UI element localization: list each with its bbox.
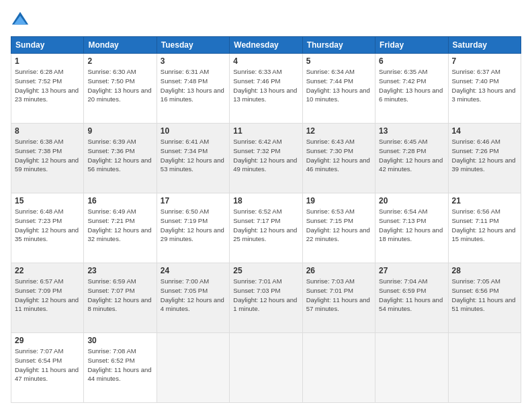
table-row: 4 Sunrise: 6:33 AMSunset: 7:46 PMDayligh… xyxy=(230,54,302,124)
day-info: Sunrise: 6:33 AMSunset: 7:46 PMDaylight:… xyxy=(233,68,297,103)
table-row: 22 Sunrise: 6:57 AMSunset: 7:09 PMDaylig… xyxy=(11,263,84,333)
day-info: Sunrise: 7:07 AMSunset: 6:54 PMDaylight:… xyxy=(15,347,79,382)
table-row: 17 Sunrise: 6:50 AMSunset: 7:19 PMDaylig… xyxy=(157,193,229,263)
day-info: Sunrise: 6:57 AMSunset: 7:09 PMDaylight:… xyxy=(15,277,79,312)
table-row: 21 Sunrise: 6:56 AMSunset: 7:11 PMDaylig… xyxy=(448,193,521,263)
table-row: 24 Sunrise: 7:00 AMSunset: 7:05 PMDaylig… xyxy=(157,263,229,333)
table-row: 5 Sunrise: 6:34 AMSunset: 7:44 PMDayligh… xyxy=(302,54,375,124)
day-number: 15 xyxy=(15,196,80,205)
day-number: 18 xyxy=(233,196,298,205)
day-number: 6 xyxy=(379,56,444,66)
day-number: 5 xyxy=(306,56,371,66)
table-row: 7 Sunrise: 6:37 AMSunset: 7:40 PMDayligh… xyxy=(448,54,521,124)
day-info: Sunrise: 6:43 AMSunset: 7:30 PMDaylight:… xyxy=(306,138,370,173)
header-sunday: Sunday xyxy=(11,37,84,54)
day-info: Sunrise: 6:46 AMSunset: 7:26 PMDaylight:… xyxy=(452,138,516,173)
table-row: 6 Sunrise: 6:35 AMSunset: 7:42 PMDayligh… xyxy=(375,54,448,124)
table-row: 13 Sunrise: 6:45 AMSunset: 7:28 PMDaylig… xyxy=(375,124,448,193)
table-row: 15 Sunrise: 6:48 AMSunset: 7:23 PMDaylig… xyxy=(11,193,84,263)
table-row: 30 Sunrise: 7:08 AMSunset: 6:52 PMDaylig… xyxy=(84,333,157,403)
table-row: 14 Sunrise: 6:46 AMSunset: 7:26 PMDaylig… xyxy=(448,124,521,193)
day-info: Sunrise: 6:30 AMSunset: 7:50 PMDaylight:… xyxy=(87,68,151,103)
header-friday: Friday xyxy=(375,37,448,54)
day-info: Sunrise: 6:42 AMSunset: 7:32 PMDaylight:… xyxy=(233,138,297,173)
table-row: 26 Sunrise: 7:03 AMSunset: 7:01 PMDaylig… xyxy=(302,263,375,333)
day-info: Sunrise: 6:38 AMSunset: 7:38 PMDaylight:… xyxy=(15,138,79,173)
table-row: 16 Sunrise: 6:49 AMSunset: 7:21 PMDaylig… xyxy=(84,193,157,263)
day-number: 20 xyxy=(379,196,444,205)
table-row xyxy=(157,333,229,403)
day-number: 19 xyxy=(306,196,371,205)
header-saturday: Saturday xyxy=(448,37,521,54)
logo xyxy=(11,11,32,30)
table-row xyxy=(302,333,375,403)
calendar: Sunday Monday Tuesday Wednesday Thursday… xyxy=(11,36,521,403)
day-number: 4 xyxy=(233,56,298,66)
day-number: 25 xyxy=(233,266,298,275)
day-info: Sunrise: 6:52 AMSunset: 7:17 PMDaylight:… xyxy=(233,208,297,242)
header xyxy=(11,11,521,30)
day-number: 16 xyxy=(87,196,152,205)
day-number: 23 xyxy=(87,266,152,275)
day-info: Sunrise: 7:01 AMSunset: 7:03 PMDaylight:… xyxy=(233,277,297,312)
day-number: 7 xyxy=(452,56,517,66)
day-info: Sunrise: 6:48 AMSunset: 7:23 PMDaylight:… xyxy=(15,208,79,242)
table-row xyxy=(448,333,521,403)
day-number: 9 xyxy=(87,126,152,136)
calendar-week-row: 15 Sunrise: 6:48 AMSunset: 7:23 PMDaylig… xyxy=(11,193,521,263)
calendar-week-row: 8 Sunrise: 6:38 AMSunset: 7:38 PMDayligh… xyxy=(11,124,521,193)
table-row: 8 Sunrise: 6:38 AMSunset: 7:38 PMDayligh… xyxy=(11,124,84,193)
table-row: 18 Sunrise: 6:52 AMSunset: 7:17 PMDaylig… xyxy=(230,193,302,263)
day-info: Sunrise: 6:53 AMSunset: 7:15 PMDaylight:… xyxy=(306,208,370,242)
table-row: 12 Sunrise: 6:43 AMSunset: 7:30 PMDaylig… xyxy=(302,124,375,193)
day-number: 21 xyxy=(452,196,517,205)
day-info: Sunrise: 7:04 AMSunset: 6:59 PMDaylight:… xyxy=(379,277,443,312)
header-tuesday: Tuesday xyxy=(157,37,229,54)
table-row: 27 Sunrise: 7:04 AMSunset: 6:59 PMDaylig… xyxy=(375,263,448,333)
day-number: 12 xyxy=(306,126,371,136)
day-info: Sunrise: 6:41 AMSunset: 7:34 PMDaylight:… xyxy=(161,138,224,173)
day-number: 22 xyxy=(15,266,80,275)
day-info: Sunrise: 7:00 AMSunset: 7:05 PMDaylight:… xyxy=(161,277,224,312)
table-row: 28 Sunrise: 7:05 AMSunset: 6:56 PMDaylig… xyxy=(448,263,521,333)
day-info: Sunrise: 6:56 AMSunset: 7:11 PMDaylight:… xyxy=(452,208,516,242)
day-info: Sunrise: 6:39 AMSunset: 7:36 PMDaylight:… xyxy=(87,138,151,173)
day-number: 1 xyxy=(15,56,80,66)
header-thursday: Thursday xyxy=(302,37,375,54)
header-monday: Monday xyxy=(84,37,157,54)
table-row: 25 Sunrise: 7:01 AMSunset: 7:03 PMDaylig… xyxy=(230,263,302,333)
table-row: 3 Sunrise: 6:31 AMSunset: 7:48 PMDayligh… xyxy=(157,54,229,124)
table-row: 19 Sunrise: 6:53 AMSunset: 7:15 PMDaylig… xyxy=(302,193,375,263)
day-number: 28 xyxy=(452,266,517,275)
day-info: Sunrise: 6:31 AMSunset: 7:48 PMDaylight:… xyxy=(161,68,224,103)
day-info: Sunrise: 6:54 AMSunset: 7:13 PMDaylight:… xyxy=(379,208,443,242)
day-info: Sunrise: 6:35 AMSunset: 7:42 PMDaylight:… xyxy=(379,68,443,103)
day-info: Sunrise: 6:59 AMSunset: 7:07 PMDaylight:… xyxy=(87,277,151,312)
day-number: 10 xyxy=(161,126,226,136)
day-info: Sunrise: 6:49 AMSunset: 7:21 PMDaylight:… xyxy=(87,208,151,242)
calendar-week-row: 22 Sunrise: 6:57 AMSunset: 7:09 PMDaylig… xyxy=(11,263,521,333)
day-number: 3 xyxy=(161,56,226,66)
table-row: 23 Sunrise: 6:59 AMSunset: 7:07 PMDaylig… xyxy=(84,263,157,333)
day-number: 24 xyxy=(161,266,226,275)
day-number: 29 xyxy=(15,336,80,345)
table-row: 9 Sunrise: 6:39 AMSunset: 7:36 PMDayligh… xyxy=(84,124,157,193)
header-wednesday: Wednesday xyxy=(230,37,302,54)
day-info: Sunrise: 7:05 AMSunset: 6:56 PMDaylight:… xyxy=(452,277,516,312)
day-info: Sunrise: 6:37 AMSunset: 7:40 PMDaylight:… xyxy=(452,68,516,103)
table-row: 10 Sunrise: 6:41 AMSunset: 7:34 PMDaylig… xyxy=(157,124,229,193)
table-row xyxy=(375,333,448,403)
day-number: 11 xyxy=(233,126,298,136)
day-info: Sunrise: 6:34 AMSunset: 7:44 PMDaylight:… xyxy=(306,68,370,103)
weekday-header-row: Sunday Monday Tuesday Wednesday Thursday… xyxy=(11,37,521,54)
calendar-week-row: 29 Sunrise: 7:07 AMSunset: 6:54 PMDaylig… xyxy=(11,333,521,403)
day-number: 8 xyxy=(15,126,80,136)
page: Sunday Monday Tuesday Wednesday Thursday… xyxy=(0,0,532,411)
day-info: Sunrise: 6:45 AMSunset: 7:28 PMDaylight:… xyxy=(379,138,443,173)
day-number: 13 xyxy=(379,126,444,136)
day-number: 17 xyxy=(161,196,226,205)
calendar-week-row: 1 Sunrise: 6:28 AMSunset: 7:52 PMDayligh… xyxy=(11,54,521,124)
day-number: 2 xyxy=(87,56,152,66)
day-number: 27 xyxy=(379,266,444,275)
table-row: 29 Sunrise: 7:07 AMSunset: 6:54 PMDaylig… xyxy=(11,333,84,403)
